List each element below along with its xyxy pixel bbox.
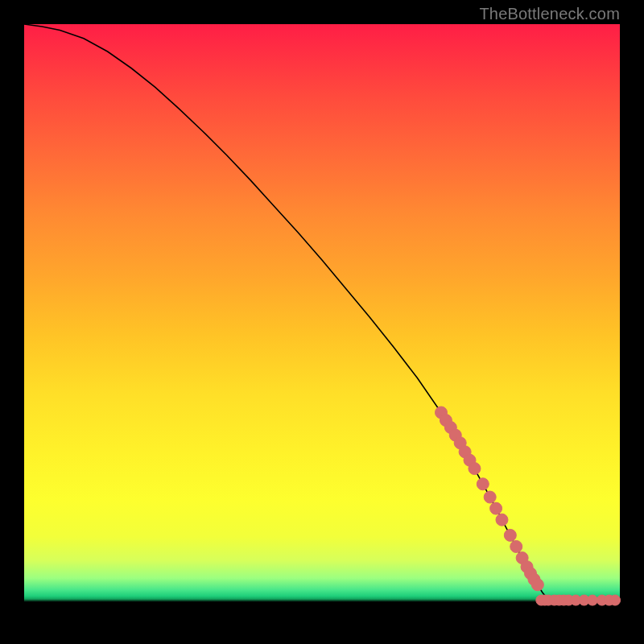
marker-point xyxy=(496,514,508,526)
markers-flat-tail xyxy=(536,595,621,605)
watermark-text: TheBottleneck.com xyxy=(479,5,620,23)
marker-point xyxy=(610,595,621,605)
marker-point xyxy=(510,540,522,552)
main-curve xyxy=(24,24,620,601)
marker-point xyxy=(469,463,481,475)
markers-on-curve xyxy=(436,407,544,591)
marker-point xyxy=(477,478,489,490)
marker-point xyxy=(504,529,516,541)
marker-point xyxy=(531,579,543,591)
chart-frame: TheBottleneck.com xyxy=(0,0,644,644)
marker-point xyxy=(484,491,496,503)
marker-point xyxy=(587,595,597,605)
plot-area xyxy=(24,24,620,620)
curve-svg xyxy=(24,24,620,620)
marker-point xyxy=(490,502,502,514)
